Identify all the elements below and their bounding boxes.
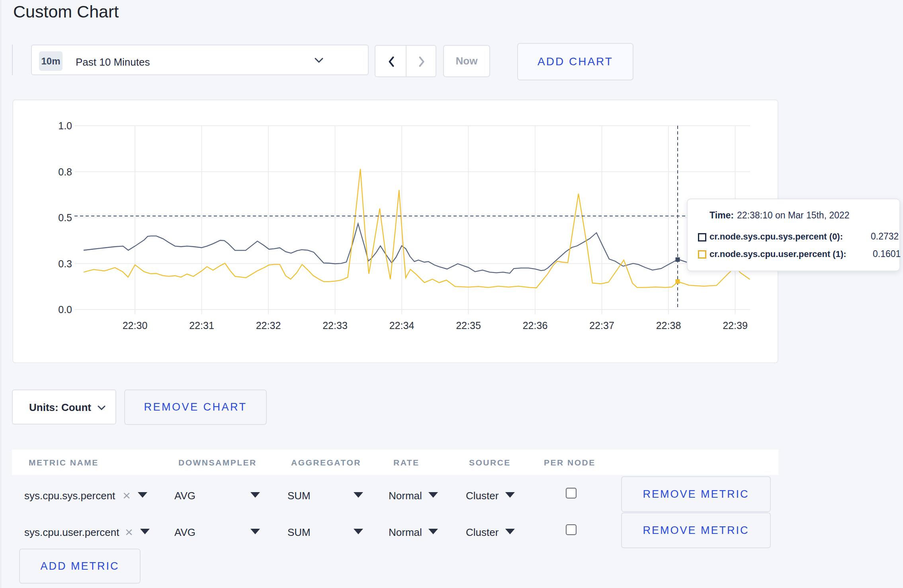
svg-text:22:33: 22:33: [322, 320, 348, 331]
svg-text:1.0: 1.0: [58, 120, 72, 131]
svg-text:22:31: 22:31: [189, 320, 214, 331]
svg-text:0.5: 0.5: [58, 212, 72, 223]
svg-text:0.0: 0.0: [58, 304, 72, 315]
svg-text:22:39: 22:39: [723, 320, 748, 331]
svg-text:22:35: 22:35: [456, 320, 481, 331]
svg-text:0.8: 0.8: [58, 166, 72, 177]
svg-text:0.3: 0.3: [58, 258, 72, 269]
svg-text:22:37: 22:37: [589, 320, 614, 331]
svg-text:22:36: 22:36: [523, 320, 548, 331]
svg-text:22:30: 22:30: [123, 320, 148, 331]
svg-text:22:32: 22:32: [256, 320, 281, 331]
svg-text:22:34: 22:34: [389, 320, 414, 331]
svg-text:22:38: 22:38: [656, 320, 681, 331]
